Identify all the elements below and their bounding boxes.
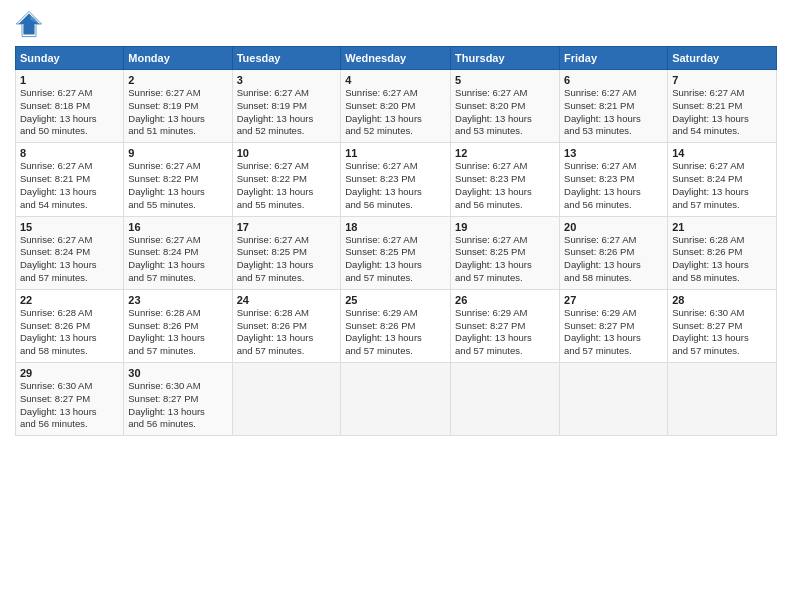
day-info: Sunrise: 6:27 AMSunset: 8:23 PMDaylight:… <box>345 160 446 211</box>
day-info: Sunrise: 6:27 AMSunset: 8:23 PMDaylight:… <box>455 160 555 211</box>
day-number: 21 <box>672 221 772 233</box>
day-info: Sunrise: 6:27 AMSunset: 8:21 PMDaylight:… <box>564 87 663 138</box>
calendar-cell <box>232 363 341 436</box>
day-info: Sunrise: 6:27 AMSunset: 8:19 PMDaylight:… <box>128 87 227 138</box>
header <box>15 10 777 38</box>
day-number: 3 <box>237 74 337 86</box>
calendar-table: SundayMondayTuesdayWednesdayThursdayFrid… <box>15 46 777 436</box>
calendar-week-row: 8Sunrise: 6:27 AMSunset: 8:21 PMDaylight… <box>16 143 777 216</box>
day-info: Sunrise: 6:29 AMSunset: 8:27 PMDaylight:… <box>455 307 555 358</box>
calendar-cell: 20Sunrise: 6:27 AMSunset: 8:26 PMDayligh… <box>560 216 668 289</box>
day-info: Sunrise: 6:28 AMSunset: 8:26 PMDaylight:… <box>237 307 337 358</box>
day-number: 11 <box>345 147 446 159</box>
day-info: Sunrise: 6:30 AMSunset: 8:27 PMDaylight:… <box>672 307 772 358</box>
day-number: 26 <box>455 294 555 306</box>
calendar-cell: 29Sunrise: 6:30 AMSunset: 8:27 PMDayligh… <box>16 363 124 436</box>
weekday-header: Tuesday <box>232 47 341 70</box>
day-number: 19 <box>455 221 555 233</box>
day-number: 16 <box>128 221 227 233</box>
calendar-cell: 11Sunrise: 6:27 AMSunset: 8:23 PMDayligh… <box>341 143 451 216</box>
calendar-cell: 8Sunrise: 6:27 AMSunset: 8:21 PMDaylight… <box>16 143 124 216</box>
calendar-cell: 16Sunrise: 6:27 AMSunset: 8:24 PMDayligh… <box>124 216 232 289</box>
day-number: 29 <box>20 367 119 379</box>
day-number: 24 <box>237 294 337 306</box>
calendar-cell: 14Sunrise: 6:27 AMSunset: 8:24 PMDayligh… <box>668 143 777 216</box>
day-info: Sunrise: 6:27 AMSunset: 8:25 PMDaylight:… <box>455 234 555 285</box>
day-info: Sunrise: 6:27 AMSunset: 8:26 PMDaylight:… <box>564 234 663 285</box>
day-info: Sunrise: 6:27 AMSunset: 8:25 PMDaylight:… <box>237 234 337 285</box>
day-info: Sunrise: 6:29 AMSunset: 8:27 PMDaylight:… <box>564 307 663 358</box>
weekday-header: Sunday <box>16 47 124 70</box>
calendar-cell: 23Sunrise: 6:28 AMSunset: 8:26 PMDayligh… <box>124 289 232 362</box>
calendar-cell <box>560 363 668 436</box>
day-number: 25 <box>345 294 446 306</box>
weekday-header: Friday <box>560 47 668 70</box>
day-number: 9 <box>128 147 227 159</box>
calendar-cell: 18Sunrise: 6:27 AMSunset: 8:25 PMDayligh… <box>341 216 451 289</box>
calendar-cell: 1Sunrise: 6:27 AMSunset: 8:18 PMDaylight… <box>16 70 124 143</box>
calendar-cell: 21Sunrise: 6:28 AMSunset: 8:26 PMDayligh… <box>668 216 777 289</box>
day-info: Sunrise: 6:30 AMSunset: 8:27 PMDaylight:… <box>20 380 119 431</box>
calendar-cell: 19Sunrise: 6:27 AMSunset: 8:25 PMDayligh… <box>451 216 560 289</box>
day-number: 2 <box>128 74 227 86</box>
day-number: 14 <box>672 147 772 159</box>
logo <box>15 10 47 38</box>
day-number: 23 <box>128 294 227 306</box>
day-info: Sunrise: 6:27 AMSunset: 8:20 PMDaylight:… <box>345 87 446 138</box>
day-info: Sunrise: 6:28 AMSunset: 8:26 PMDaylight:… <box>672 234 772 285</box>
calendar-week-row: 1Sunrise: 6:27 AMSunset: 8:18 PMDaylight… <box>16 70 777 143</box>
day-info: Sunrise: 6:27 AMSunset: 8:21 PMDaylight:… <box>20 160 119 211</box>
day-info: Sunrise: 6:27 AMSunset: 8:24 PMDaylight:… <box>672 160 772 211</box>
calendar-cell: 27Sunrise: 6:29 AMSunset: 8:27 PMDayligh… <box>560 289 668 362</box>
calendar-header-row: SundayMondayTuesdayWednesdayThursdayFrid… <box>16 47 777 70</box>
calendar-cell: 24Sunrise: 6:28 AMSunset: 8:26 PMDayligh… <box>232 289 341 362</box>
calendar-cell: 7Sunrise: 6:27 AMSunset: 8:21 PMDaylight… <box>668 70 777 143</box>
logo-icon <box>15 10 43 38</box>
calendar-cell <box>668 363 777 436</box>
calendar-cell: 12Sunrise: 6:27 AMSunset: 8:23 PMDayligh… <box>451 143 560 216</box>
day-number: 28 <box>672 294 772 306</box>
day-number: 7 <box>672 74 772 86</box>
calendar-cell: 26Sunrise: 6:29 AMSunset: 8:27 PMDayligh… <box>451 289 560 362</box>
weekday-header: Saturday <box>668 47 777 70</box>
calendar-week-row: 22Sunrise: 6:28 AMSunset: 8:26 PMDayligh… <box>16 289 777 362</box>
day-number: 18 <box>345 221 446 233</box>
calendar-cell: 15Sunrise: 6:27 AMSunset: 8:24 PMDayligh… <box>16 216 124 289</box>
day-number: 4 <box>345 74 446 86</box>
day-info: Sunrise: 6:27 AMSunset: 8:23 PMDaylight:… <box>564 160 663 211</box>
calendar-cell: 28Sunrise: 6:30 AMSunset: 8:27 PMDayligh… <box>668 289 777 362</box>
calendar-week-row: 29Sunrise: 6:30 AMSunset: 8:27 PMDayligh… <box>16 363 777 436</box>
day-info: Sunrise: 6:27 AMSunset: 8:19 PMDaylight:… <box>237 87 337 138</box>
day-number: 17 <box>237 221 337 233</box>
day-info: Sunrise: 6:27 AMSunset: 8:25 PMDaylight:… <box>345 234 446 285</box>
calendar-week-row: 15Sunrise: 6:27 AMSunset: 8:24 PMDayligh… <box>16 216 777 289</box>
calendar-cell: 30Sunrise: 6:30 AMSunset: 8:27 PMDayligh… <box>124 363 232 436</box>
day-info: Sunrise: 6:29 AMSunset: 8:26 PMDaylight:… <box>345 307 446 358</box>
calendar-cell: 10Sunrise: 6:27 AMSunset: 8:22 PMDayligh… <box>232 143 341 216</box>
day-number: 13 <box>564 147 663 159</box>
day-number: 12 <box>455 147 555 159</box>
weekday-header: Wednesday <box>341 47 451 70</box>
day-info: Sunrise: 6:27 AMSunset: 8:22 PMDaylight:… <box>237 160 337 211</box>
weekday-header: Thursday <box>451 47 560 70</box>
calendar-cell: 5Sunrise: 6:27 AMSunset: 8:20 PMDaylight… <box>451 70 560 143</box>
calendar-cell: 9Sunrise: 6:27 AMSunset: 8:22 PMDaylight… <box>124 143 232 216</box>
day-info: Sunrise: 6:27 AMSunset: 8:24 PMDaylight:… <box>128 234 227 285</box>
calendar-cell: 6Sunrise: 6:27 AMSunset: 8:21 PMDaylight… <box>560 70 668 143</box>
day-info: Sunrise: 6:27 AMSunset: 8:21 PMDaylight:… <box>672 87 772 138</box>
day-number: 20 <box>564 221 663 233</box>
day-info: Sunrise: 6:27 AMSunset: 8:20 PMDaylight:… <box>455 87 555 138</box>
calendar-cell: 4Sunrise: 6:27 AMSunset: 8:20 PMDaylight… <box>341 70 451 143</box>
calendar-cell: 17Sunrise: 6:27 AMSunset: 8:25 PMDayligh… <box>232 216 341 289</box>
weekday-header: Monday <box>124 47 232 70</box>
calendar-cell: 3Sunrise: 6:27 AMSunset: 8:19 PMDaylight… <box>232 70 341 143</box>
page: SundayMondayTuesdayWednesdayThursdayFrid… <box>0 0 792 612</box>
day-number: 1 <box>20 74 119 86</box>
day-number: 5 <box>455 74 555 86</box>
day-number: 10 <box>237 147 337 159</box>
calendar-cell: 2Sunrise: 6:27 AMSunset: 8:19 PMDaylight… <box>124 70 232 143</box>
day-info: Sunrise: 6:27 AMSunset: 8:22 PMDaylight:… <box>128 160 227 211</box>
day-info: Sunrise: 6:27 AMSunset: 8:18 PMDaylight:… <box>20 87 119 138</box>
day-info: Sunrise: 6:28 AMSunset: 8:26 PMDaylight:… <box>128 307 227 358</box>
day-number: 8 <box>20 147 119 159</box>
